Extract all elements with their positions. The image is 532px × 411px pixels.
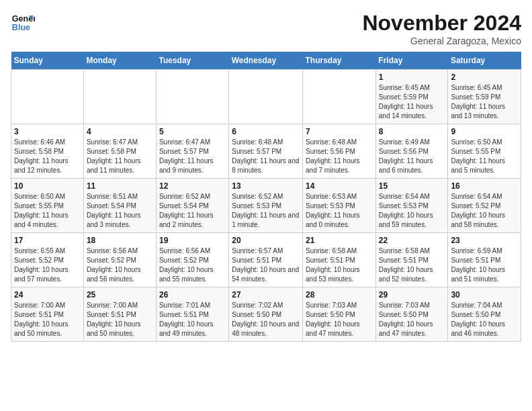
calendar-cell: 23Sunrise: 6:59 AMSunset: 5:51 PMDayligh… [448,233,521,287]
day-number: 12 [159,181,226,191]
svg-text:Blue: Blue [12,23,30,32]
day-info: Sunrise: 6:55 AMSunset: 5:52 PMDaylight:… [14,246,81,284]
calendar-cell: 15Sunrise: 6:54 AMSunset: 5:53 PMDayligh… [375,179,448,233]
calendar-cell: 2Sunrise: 6:45 AMSunset: 5:59 PMDaylight… [448,70,521,124]
logo: General Blue [11,11,35,35]
day-info: Sunrise: 6:46 AMSunset: 5:58 PMDaylight:… [14,138,81,175]
day-info: Sunrise: 6:45 AMSunset: 5:59 PMDaylight:… [451,83,518,121]
calendar-cell: 16Sunrise: 6:54 AMSunset: 5:52 PMDayligh… [448,179,521,233]
weekday-header-thursday: Thursday [303,52,376,70]
calendar-table: SundayMondayTuesdayWednesdayThursdayFrid… [11,52,521,342]
day-info: Sunrise: 6:57 AMSunset: 5:51 PMDaylight:… [232,246,300,284]
day-number: 3 [14,127,81,136]
calendar-cell: 28Sunrise: 7:03 AMSunset: 5:50 PMDayligh… [303,287,376,342]
calendar-cell: 18Sunrise: 6:56 AMSunset: 5:52 PMDayligh… [83,233,156,287]
calendar-cell: 9Sunrise: 6:50 AMSunset: 5:55 PMDaylight… [448,124,521,179]
calendar-cell: 12Sunrise: 6:52 AMSunset: 5:54 PMDayligh… [156,179,228,233]
calendar-cell: 22Sunrise: 6:58 AMSunset: 5:51 PMDayligh… [375,233,448,287]
location-subtitle: General Zaragoza, Mexico [362,36,521,46]
day-info: Sunrise: 6:52 AMSunset: 5:53 PMDaylight:… [232,192,300,230]
calendar-cell: 11Sunrise: 6:51 AMSunset: 5:54 PMDayligh… [83,179,156,233]
calendar-cell: 1Sunrise: 6:45 AMSunset: 5:59 PMDaylight… [375,70,448,124]
day-number: 28 [306,290,373,300]
day-info: Sunrise: 6:54 AMSunset: 5:53 PMDaylight:… [379,192,445,230]
day-info: Sunrise: 7:01 AMSunset: 5:51 PMDaylight:… [159,301,226,338]
header: General Blue November 2024 General Zarag… [11,11,521,46]
day-number: 29 [379,290,445,300]
week-row-5: 24Sunrise: 7:00 AMSunset: 5:51 PMDayligh… [11,287,521,342]
day-info: Sunrise: 6:51 AMSunset: 5:54 PMDaylight:… [87,192,153,230]
day-info: Sunrise: 6:47 AMSunset: 5:57 PMDaylight:… [159,138,226,175]
day-number: 16 [451,181,518,191]
calendar-cell [156,70,228,124]
day-info: Sunrise: 7:02 AMSunset: 5:50 PMDaylight:… [232,301,300,338]
month-title: November 2024 [362,11,521,36]
day-number: 4 [87,127,153,136]
calendar-cell [303,70,376,124]
day-number: 24 [14,290,81,300]
weekday-header-saturday: Saturday [448,52,521,70]
day-number: 30 [451,290,518,300]
day-number: 1 [379,73,445,82]
day-number: 9 [451,127,518,136]
day-number: 14 [306,181,373,191]
weekday-header-wednesday: Wednesday [229,52,303,70]
day-info: Sunrise: 6:45 AMSunset: 5:59 PMDaylight:… [379,83,445,121]
day-info: Sunrise: 6:49 AMSunset: 5:56 PMDaylight:… [379,138,445,175]
weekday-header-friday: Friday [375,52,448,70]
calendar-cell [11,70,84,124]
calendar-cell: 25Sunrise: 7:00 AMSunset: 5:51 PMDayligh… [83,287,156,342]
week-row-4: 17Sunrise: 6:55 AMSunset: 5:52 PMDayligh… [11,233,521,287]
week-row-1: 1Sunrise: 6:45 AMSunset: 5:59 PMDaylight… [11,70,521,124]
calendar-cell: 24Sunrise: 7:00 AMSunset: 5:51 PMDayligh… [11,287,84,342]
calendar-cell: 27Sunrise: 7:02 AMSunset: 5:50 PMDayligh… [229,287,303,342]
day-info: Sunrise: 7:03 AMSunset: 5:50 PMDaylight:… [379,301,445,338]
day-number: 13 [232,181,300,191]
week-row-2: 3Sunrise: 6:46 AMSunset: 5:58 PMDaylight… [11,124,521,179]
day-number: 21 [306,236,373,245]
weekday-header-sunday: Sunday [11,52,84,70]
day-info: Sunrise: 6:54 AMSunset: 5:52 PMDaylight:… [451,192,518,230]
calendar-cell: 6Sunrise: 6:48 AMSunset: 5:57 PMDaylight… [229,124,303,179]
day-number: 22 [379,236,445,245]
calendar-cell: 19Sunrise: 6:56 AMSunset: 5:52 PMDayligh… [156,233,228,287]
logo-icon: General Blue [11,11,35,35]
day-number: 17 [14,236,81,245]
day-number: 19 [159,236,226,245]
day-info: Sunrise: 6:48 AMSunset: 5:57 PMDaylight:… [232,138,300,175]
calendar-cell: 10Sunrise: 6:50 AMSunset: 5:55 PMDayligh… [11,179,84,233]
week-row-3: 10Sunrise: 6:50 AMSunset: 5:55 PMDayligh… [11,179,521,233]
weekday-header-tuesday: Tuesday [156,52,228,70]
day-info: Sunrise: 6:56 AMSunset: 5:52 PMDaylight:… [159,246,226,284]
day-number: 2 [451,73,518,82]
calendar-cell: 21Sunrise: 6:58 AMSunset: 5:51 PMDayligh… [303,233,376,287]
day-info: Sunrise: 6:53 AMSunset: 5:53 PMDaylight:… [306,192,373,230]
calendar-cell: 17Sunrise: 6:55 AMSunset: 5:52 PMDayligh… [11,233,84,287]
day-info: Sunrise: 7:04 AMSunset: 5:50 PMDaylight:… [451,301,518,338]
calendar-cell: 14Sunrise: 6:53 AMSunset: 5:53 PMDayligh… [303,179,376,233]
day-info: Sunrise: 6:52 AMSunset: 5:54 PMDaylight:… [159,192,226,230]
day-number: 25 [87,290,153,300]
day-info: Sunrise: 6:56 AMSunset: 5:52 PMDaylight:… [87,246,153,284]
calendar-cell: 29Sunrise: 7:03 AMSunset: 5:50 PMDayligh… [375,287,448,342]
calendar-cell: 5Sunrise: 6:47 AMSunset: 5:57 PMDaylight… [156,124,228,179]
day-number: 27 [232,290,300,300]
calendar-cell [83,70,156,124]
title-area: November 2024 General Zaragoza, Mexico [362,11,521,46]
day-number: 23 [451,236,518,245]
day-info: Sunrise: 6:58 AMSunset: 5:51 PMDaylight:… [379,246,445,284]
calendar-cell [229,70,303,124]
day-info: Sunrise: 6:50 AMSunset: 5:55 PMDaylight:… [451,138,518,175]
day-info: Sunrise: 7:03 AMSunset: 5:50 PMDaylight:… [306,301,373,338]
calendar-cell: 26Sunrise: 7:01 AMSunset: 5:51 PMDayligh… [156,287,228,342]
calendar-cell: 3Sunrise: 6:46 AMSunset: 5:58 PMDaylight… [11,124,84,179]
day-number: 20 [232,236,300,245]
day-info: Sunrise: 6:59 AMSunset: 5:51 PMDaylight:… [451,246,518,284]
calendar-cell: 4Sunrise: 6:47 AMSunset: 5:58 PMDaylight… [83,124,156,179]
day-number: 10 [14,181,81,191]
calendar-cell: 30Sunrise: 7:04 AMSunset: 5:50 PMDayligh… [448,287,521,342]
day-number: 18 [87,236,153,245]
day-info: Sunrise: 7:00 AMSunset: 5:51 PMDaylight:… [14,301,81,338]
day-number: 6 [232,127,300,136]
calendar-cell: 8Sunrise: 6:49 AMSunset: 5:56 PMDaylight… [375,124,448,179]
